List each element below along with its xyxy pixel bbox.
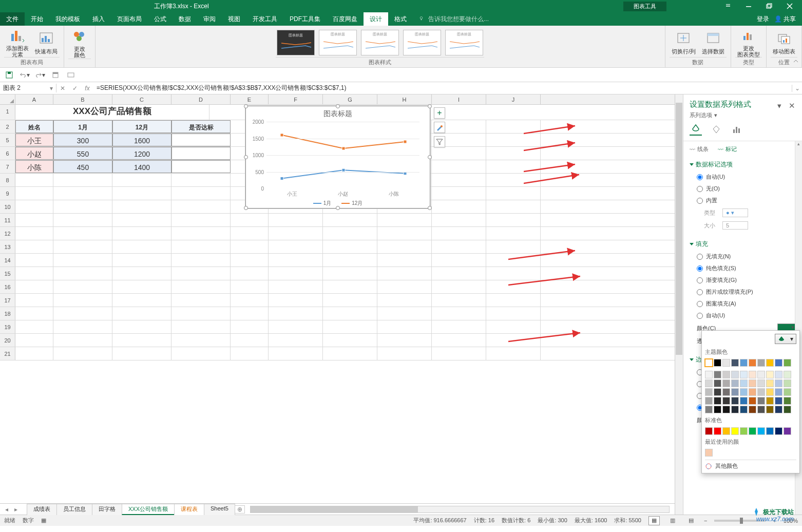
col-header[interactable]: I [432,94,486,104]
view-normal-icon[interactable]: ▦ [648,516,660,525]
undo-button[interactable]: ▾ [20,70,30,80]
color-swatch[interactable] [775,379,782,387]
save-button[interactable] [4,70,14,80]
select-all-corner[interactable] [0,94,15,104]
col-header[interactable]: A [15,94,53,104]
opt-builtin[interactable]: 内置 [697,195,796,206]
color-swatch[interactable] [784,406,791,413]
table-header[interactable]: 姓名 [15,120,53,133]
chart-style-thumbnail[interactable]: 图表标题 [319,30,357,55]
color-swatch[interactable] [722,371,730,378]
qat-button[interactable] [66,70,76,80]
sheet-tab[interactable]: Sheet5 [204,504,235,515]
qat-button[interactable] [50,70,61,80]
color-swatch[interactable] [749,427,756,435]
tab-formulas[interactable]: 公式 [148,12,173,26]
color-swatch[interactable] [766,406,774,413]
pane-close-icon[interactable]: ✕ [789,101,796,108]
tab-file[interactable]: 文件 [0,12,25,26]
tab-insert[interactable]: 插入 [86,12,111,26]
row-header[interactable]: 20 [0,334,15,347]
collapse-ribbon-icon[interactable] [792,57,800,65]
col-header[interactable]: C [112,94,171,104]
table-cell[interactable]: 小赵 [15,147,53,160]
table-header[interactable]: 是否达标 [171,120,231,133]
color-swatch[interactable] [714,359,721,367]
pane-options-icon[interactable]: ▾ [777,101,785,108]
fill-pattern[interactable]: 图案填充(A) [697,298,796,310]
table-cell[interactable]: 小陈 [15,160,53,173]
table-cell[interactable]: 小王 [15,134,53,146]
tab-pdf[interactable]: PDF工具集 [283,12,327,26]
sheet-tab[interactable]: 成绩表 [27,504,57,515]
section-fill[interactable]: 填充 [690,240,796,249]
row-header[interactable]: 8 [0,174,15,186]
color-swatch[interactable] [705,371,713,378]
col-header[interactable]: B [53,94,112,104]
horizontal-scrollbar[interactable] [250,506,670,513]
color-swatch[interactable] [731,406,739,413]
color-swatch[interactable] [731,359,739,367]
color-swatch[interactable] [775,359,782,367]
color-swatch[interactable] [722,427,730,435]
fill-auto[interactable]: 自动(U) [697,310,796,321]
tab-home[interactable]: 开始 [25,12,49,26]
color-swatch[interactable] [749,397,756,405]
restore-button[interactable] [759,0,779,12]
fill-none[interactable]: 无填充(N) [697,251,796,262]
color-swatch[interactable] [766,427,774,435]
effects-icon[interactable] [710,123,722,136]
row-header[interactable]: 12 [0,227,15,240]
color-swatch[interactable] [775,397,782,405]
table-title[interactable]: XXX公司产品销售额 [15,105,209,120]
col-header[interactable]: H [377,94,432,104]
table-cell[interactable]: 1400 [112,160,171,173]
tab-page-layout[interactable]: 页面布局 [111,12,148,26]
tab-developer[interactable]: 开发工具 [246,12,283,26]
tab-view[interactable]: 视图 [222,12,246,26]
login-button[interactable]: 登录 [757,15,769,24]
switch-row-col-button[interactable]: 切换行/列 [670,29,698,56]
fill-picture[interactable]: 图片或纹理填充(P) [697,286,796,298]
view-page-break-icon[interactable]: ▤ [685,516,697,525]
color-swatch[interactable] [740,388,748,396]
row-header[interactable]: 14 [0,254,15,267]
tab-templates[interactable]: 我的模板 [49,12,86,26]
color-swatch[interactable] [757,397,765,405]
color-picker-main-button[interactable]: ▾ [775,334,796,344]
opt-auto[interactable]: 自动(U) [697,171,796,183]
table-header[interactable]: 12月 [112,120,171,133]
zoom-out-button[interactable]: − [704,518,707,524]
color-swatch[interactable] [766,359,774,367]
color-swatch[interactable] [731,379,739,387]
table-cell[interactable]: 1200 [112,147,171,160]
row-header[interactable]: 13 [0,240,15,253]
section-marker-options[interactable]: 数据标记选项 [690,160,796,169]
color-swatch[interactable] [740,379,748,387]
fill-gradient[interactable]: 渐变填充(G) [697,274,796,286]
color-swatch[interactable] [722,406,730,413]
table-cell[interactable] [171,160,231,173]
tab-marker[interactable]: 〰标记 [718,145,737,153]
color-swatch[interactable] [766,388,774,396]
color-swatch[interactable] [775,371,782,378]
color-swatch[interactable] [705,449,713,457]
color-swatch[interactable] [731,427,739,435]
color-swatch[interactable] [714,388,721,396]
col-header[interactable]: D [171,94,231,104]
color-swatch[interactable] [714,397,721,405]
sheet-tab[interactable]: 课程表 [174,504,204,515]
color-swatch[interactable] [740,397,748,405]
tab-design[interactable]: 设计 [364,12,388,26]
row-header[interactable]: 6 [0,147,15,160]
color-swatch[interactable] [714,406,721,413]
chart-style-thumbnail[interactable]: 图表标题 [277,30,315,55]
color-swatch[interactable] [740,371,748,378]
chart-filter-button[interactable] [434,136,445,147]
color-swatch[interactable] [766,379,774,387]
name-box[interactable]: 图表 2▾ [0,84,56,92]
row-header[interactable]: 1 [0,105,15,120]
table-cell[interactable]: 550 [53,147,112,160]
color-swatch[interactable] [757,371,765,378]
color-swatch[interactable] [757,427,765,435]
